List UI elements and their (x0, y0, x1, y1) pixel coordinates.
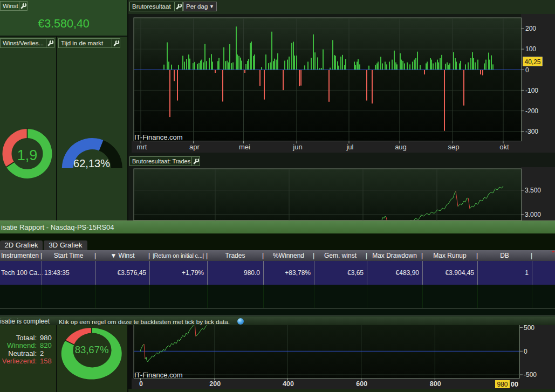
svg-text:aug: aug (395, 143, 407, 151)
svg-text:40,25: 40,25 (524, 58, 540, 66)
svg-text:-200: -200 (525, 107, 538, 115)
svg-text:IT-Finance.com: IT-Finance.com (134, 371, 183, 379)
svg-text:sep: sep (448, 143, 460, 151)
svg-text:200: 200 (525, 25, 536, 32)
svg-text:100: 100 (525, 45, 536, 53)
svg-text:okt: okt (499, 143, 509, 151)
svg-text:800: 800 (430, 380, 441, 388)
svg-text:apr: apr (189, 143, 200, 151)
svg-text:IT-Finance.com: IT-Finance.com (134, 133, 183, 141)
svg-text:-300: -300 (525, 128, 538, 135)
svg-text:0: 0 (139, 380, 143, 388)
svg-text:3.500: 3.500 (525, 187, 541, 194)
svg-text:00: 00 (511, 381, 518, 388)
svg-text:980: 980 (497, 381, 508, 388)
svg-text:62,13%: 62,13% (73, 157, 110, 169)
svg-text:-500: -500 (524, 371, 537, 379)
svg-text:83,67%: 83,67% (75, 344, 109, 355)
svg-text:0: 0 (524, 348, 527, 355)
svg-text:500: 500 (524, 325, 535, 332)
svg-text:1,9: 1,9 (17, 147, 38, 163)
svg-text:mrt: mrt (137, 143, 147, 151)
svg-text:200: 200 (209, 380, 221, 388)
svg-text:-100: -100 (525, 87, 538, 94)
svg-text:3.000: 3.000 (525, 211, 541, 218)
svg-text:mei: mei (239, 143, 250, 151)
svg-text:400: 400 (283, 380, 294, 388)
svg-text:jul: jul (346, 143, 353, 151)
svg-text:0: 0 (525, 66, 529, 74)
svg-text:jun: jun (292, 143, 302, 151)
svg-text:600: 600 (356, 380, 367, 388)
